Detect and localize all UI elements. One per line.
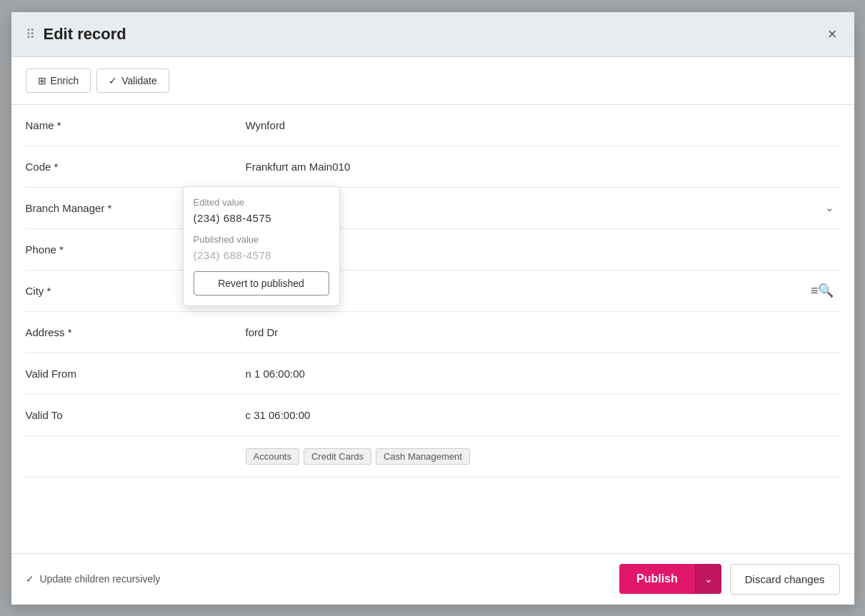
- validate-button[interactable]: ✓ Validate: [96, 69, 169, 93]
- publish-button-group: Publish ⌄: [619, 564, 721, 594]
- field-code-value[interactable]: Frankfurt am Main010: [240, 153, 840, 180]
- header-left: ⠿ Edit record: [26, 25, 126, 44]
- field-code: Code * Frankfurt am Main010: [26, 146, 840, 188]
- update-children-row: ✓ Update children recursively: [26, 573, 611, 585]
- edit-record-modal: ⠿ Edit record × ⊞ Enrich ✓ Validate Name…: [11, 12, 854, 605]
- drag-handle-icon: ⠿: [26, 26, 35, 42]
- address-text: ford Dr: [246, 326, 279, 338]
- tag-cash-management[interactable]: Cash Management: [376, 448, 470, 465]
- field-tags-value: Accounts Credit Cards Cash Management: [240, 441, 840, 472]
- revert-to-published-button[interactable]: Revert to published: [194, 271, 329, 296]
- field-valid-from-value[interactable]: n 1 06:00:00: [240, 360, 840, 387]
- field-phone: Phone * (234) 688-4575 Edited value (234…: [26, 229, 840, 271]
- field-tags: Accounts Credit Cards Cash Management: [26, 436, 840, 478]
- field-branch-manager: Branch Manager * John Smith ⌄: [26, 188, 840, 229]
- chevron-down-icon: ⌄: [704, 573, 713, 585]
- valid-from-text: n 1 06:00:00: [246, 368, 305, 380]
- published-value-label: Published value: [194, 234, 329, 245]
- list-search-icon[interactable]: ≡🔍: [811, 283, 834, 298]
- close-button[interactable]: ×: [825, 24, 840, 45]
- publish-button[interactable]: Publish: [619, 564, 695, 594]
- check-icon: ✓: [26, 573, 34, 585]
- enrich-button[interactable]: ⊞ Enrich: [26, 69, 91, 93]
- tags-container: Accounts Credit Cards Cash Management: [246, 448, 470, 465]
- field-valid-from-label: Valid From: [26, 360, 240, 387]
- discard-changes-button[interactable]: Discard changes: [730, 564, 840, 595]
- form-area: Name * Wynford Code * Frankfurt am Main0…: [11, 105, 854, 553]
- modal-footer: ✓ Update children recursively Publish ⌄ …: [11, 553, 854, 605]
- field-address: Address * ford Dr: [26, 312, 840, 353]
- publish-dropdown-button[interactable]: ⌄: [695, 564, 721, 594]
- chevron-down-icon[interactable]: ⌄: [825, 201, 834, 214]
- enrich-icon: ⊞: [38, 75, 46, 86]
- field-valid-to-label: Valid To: [26, 402, 240, 428]
- edited-value: (234) 688-4575: [194, 212, 329, 224]
- published-value: (234) 688-4578: [194, 249, 329, 261]
- modal-title: Edit record: [44, 25, 126, 44]
- tag-accounts[interactable]: Accounts: [246, 448, 299, 465]
- field-code-label: Code *: [26, 153, 240, 180]
- field-valid-to-value[interactable]: c 31 06:00:00: [240, 402, 840, 428]
- toolbar: ⊞ Enrich ✓ Validate: [11, 57, 854, 105]
- modal-header: ⠿ Edit record ×: [11, 12, 854, 57]
- update-children-label: Update children recursively: [40, 573, 161, 585]
- field-name: Name * Wynford: [26, 105, 840, 146]
- phone-popover: Edited value (234) 688-4575 Published va…: [183, 186, 340, 306]
- tag-credit-cards[interactable]: Credit Cards: [304, 448, 371, 465]
- enrich-label: Enrich: [51, 75, 79, 86]
- edited-value-label: Edited value: [194, 197, 329, 208]
- field-valid-to: Valid To c 31 06:00:00: [26, 395, 840, 436]
- field-name-label: Name *: [26, 112, 240, 138]
- field-name-value[interactable]: Wynford: [240, 112, 840, 138]
- field-tags-label: [26, 449, 240, 463]
- field-city: City * t am Main ≡🔍: [26, 271, 840, 312]
- field-address-value[interactable]: ford Dr: [240, 319, 840, 345]
- validate-icon: ✓: [109, 75, 117, 86]
- field-address-label: Address *: [26, 319, 240, 345]
- validate-label: Validate: [121, 75, 157, 86]
- field-valid-from: Valid From n 1 06:00:00: [26, 353, 840, 395]
- valid-to-text: c 31 06:00:00: [246, 409, 311, 421]
